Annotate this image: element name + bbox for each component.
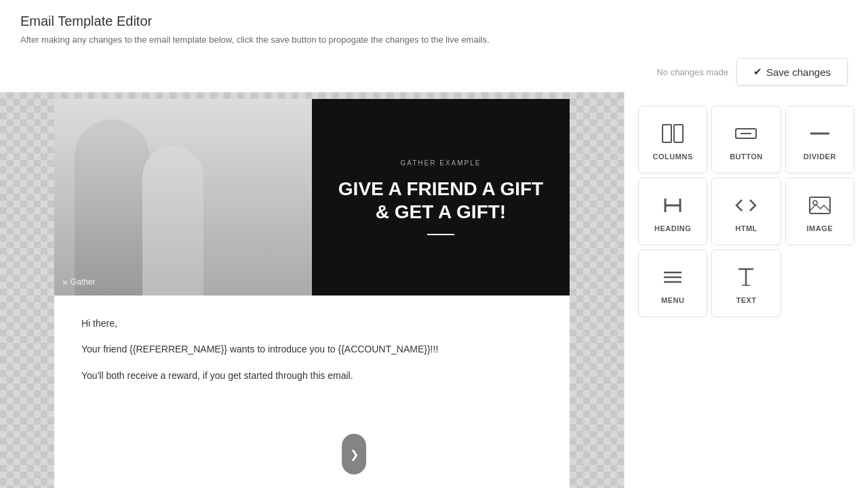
email-canvas: » Gather GATHER EXAMPLE GIVE A FRIEND A … xyxy=(54,99,570,488)
block-item-text[interactable]: TEXT xyxy=(711,249,781,317)
page-subtitle: After making any changes to the email te… xyxy=(20,35,848,45)
block-label-image: IMAGE xyxy=(807,224,833,232)
gather-logo: » Gather xyxy=(62,277,95,287)
email-preview-wrapper: » Gather GATHER EXAMPLE GIVE A FRIEND A … xyxy=(0,92,624,488)
email-photo-left: » Gather xyxy=(54,99,312,296)
block-item-menu[interactable]: MENU xyxy=(638,249,707,317)
gift-headline: GIVE A FRIEND A GIFT & GET A GIFT! xyxy=(338,178,543,223)
no-changes-label: No changes made xyxy=(656,67,728,77)
header: Email Template Editor After making any c… xyxy=(0,0,868,52)
blocks-grid: COLUMNS BUTTON xyxy=(638,106,854,317)
menu-icon xyxy=(660,265,685,289)
save-button[interactable]: ✔ Save changes xyxy=(736,58,848,85)
email-paragraph2: You'll both receive a reward, if you get… xyxy=(81,368,542,383)
block-label-text: TEXT xyxy=(736,296,756,304)
block-item-divider[interactable]: DIVIDER xyxy=(785,106,854,174)
toolbar: No changes made ✔ Save changes xyxy=(0,52,868,92)
email-greeting: Hi there, xyxy=(81,316,542,331)
block-label-heading: HEADING xyxy=(654,224,691,232)
gather-example-label: GATHER EXAMPLE xyxy=(401,159,481,167)
block-item-columns[interactable]: COLUMNS xyxy=(638,106,707,174)
blocks-panel: COLUMNS BUTTON xyxy=(624,92,868,488)
svg-rect-0 xyxy=(663,125,671,142)
email-body: Hi there, Your friend {{REFERRER_NAME}} … xyxy=(54,296,570,414)
block-label-menu: MENU xyxy=(661,296,684,304)
block-item-heading[interactable]: HEADING xyxy=(638,178,707,245)
gift-divider xyxy=(427,234,454,235)
block-label-button: BUTTON xyxy=(730,152,763,161)
image-icon xyxy=(808,193,832,218)
gift-headline-line1: GIVE A FRIEND A GIFT xyxy=(338,178,543,201)
divider-icon xyxy=(808,121,832,146)
svg-rect-8 xyxy=(810,197,830,214)
email-image-block: » Gather GATHER EXAMPLE GIVE A FRIEND A … xyxy=(54,99,570,296)
email-paragraph1: Your friend {{REFERRER_NAME}} wants to i… xyxy=(81,342,542,357)
block-item-image[interactable]: IMAGE xyxy=(785,178,854,245)
email-promo-right: GATHER EXAMPLE GIVE A FRIEND A GIFT & GE… xyxy=(312,99,570,296)
block-label-divider: DIVIDER xyxy=(804,152,836,161)
button-icon xyxy=(734,121,758,146)
block-item-html[interactable]: HTML xyxy=(711,178,781,245)
save-button-label: Save changes xyxy=(766,66,831,78)
svg-rect-1 xyxy=(674,125,683,142)
text-icon xyxy=(734,265,758,289)
block-label-columns: COLUMNS xyxy=(653,152,693,161)
scroll-right-arrow[interactable]: ❯ xyxy=(342,434,366,474)
checkmark-icon: ✔ xyxy=(753,66,762,78)
page-title: Email Template Editor xyxy=(20,14,848,29)
block-label-html: HTML xyxy=(735,224,757,232)
gift-headline-line2: & GET A GIFT! xyxy=(338,201,543,224)
main-area: » Gather GATHER EXAMPLE GIVE A FRIEND A … xyxy=(0,92,868,488)
svg-point-9 xyxy=(813,201,817,205)
heading-icon xyxy=(660,193,685,218)
html-icon xyxy=(734,193,758,218)
block-item-button[interactable]: BUTTON xyxy=(711,106,781,174)
columns-icon xyxy=(660,121,685,146)
